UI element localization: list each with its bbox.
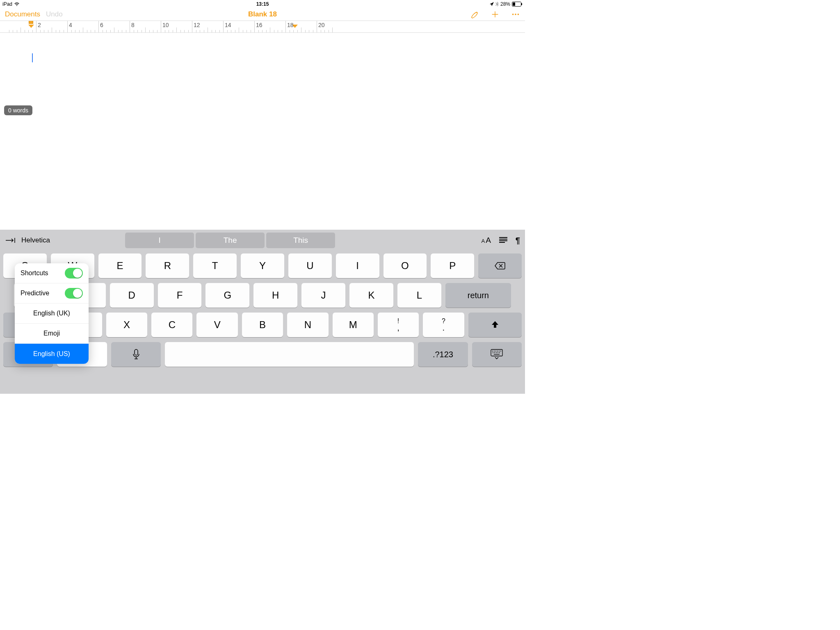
english-us-option[interactable]: English (US) — [15, 344, 89, 364]
svg-rect-1 — [513, 2, 515, 6]
more-icon[interactable] — [511, 10, 520, 19]
key-n[interactable]: N — [287, 313, 328, 337]
dictation-key[interactable] — [111, 342, 161, 367]
key-r[interactable]: R — [146, 253, 189, 278]
text-cursor — [32, 53, 33, 62]
suggestion-3[interactable]: This — [266, 233, 335, 248]
backspace-key[interactable] — [478, 253, 522, 278]
ruler-label: 14 — [225, 22, 231, 28]
key-d[interactable]: D — [110, 283, 154, 308]
key-t[interactable]: T — [193, 253, 237, 278]
bluetooth-icon — [495, 2, 499, 7]
key-f[interactable]: F — [158, 283, 202, 308]
keyboard-top-bar: Helvetica I The This AA ¶ — [0, 230, 525, 251]
document-title[interactable]: Blank 18 — [248, 10, 277, 18]
shortcuts-toggle-row[interactable]: Shortcuts — [15, 263, 89, 283]
ruler-left-indent[interactable] — [28, 25, 34, 28]
key-y[interactable]: Y — [241, 253, 284, 278]
svg-point-4 — [515, 14, 516, 15]
format-brush-icon[interactable] — [470, 10, 479, 19]
ruler-label: 4 — [69, 22, 72, 28]
ruler-label: 20 — [318, 22, 325, 28]
key-v[interactable]: V — [196, 313, 237, 337]
wifi-icon — [14, 2, 20, 7]
key-b[interactable]: B — [242, 313, 283, 337]
ruler[interactable]: 2468101214161820 — [0, 21, 525, 33]
ruler-label: 16 — [256, 22, 262, 28]
ruler-label: 18 — [287, 22, 294, 28]
key-o[interactable]: O — [383, 253, 427, 278]
predictive-toggle-row[interactable]: Predictive — [15, 283, 89, 304]
emoji-option[interactable]: Emoji — [15, 324, 89, 344]
document-area[interactable] — [0, 33, 525, 115]
dismiss-keyboard-key[interactable] — [472, 342, 522, 367]
ruler-label: 8 — [131, 22, 135, 28]
english-uk-option[interactable]: English (UK) — [15, 304, 89, 324]
ruler-label: 6 — [100, 22, 103, 28]
punct-comma-key[interactable]: !, — [378, 313, 419, 337]
shift-key-right[interactable] — [468, 313, 522, 337]
space-key[interactable] — [165, 342, 414, 367]
shortcuts-toggle[interactable] — [65, 268, 83, 278]
word-count-badge[interactable]: 0 words — [4, 105, 32, 115]
key-e[interactable]: E — [98, 253, 142, 278]
undo-button[interactable]: Undo — [46, 10, 63, 18]
location-icon — [490, 2, 494, 6]
paragraph-icon[interactable]: ¶ — [516, 236, 520, 245]
key-g[interactable]: G — [205, 283, 249, 308]
key-m[interactable]: M — [333, 313, 374, 337]
ruler-first-line-indent[interactable] — [29, 21, 33, 24]
add-icon[interactable] — [491, 10, 500, 19]
ruler-label: 2 — [38, 22, 41, 28]
ruler-label: 10 — [162, 22, 169, 28]
key-h[interactable]: H — [253, 283, 297, 308]
key-l[interactable]: L — [397, 283, 441, 308]
key-u[interactable]: U — [288, 253, 332, 278]
tab-icon[interactable] — [5, 236, 17, 244]
status-bar: iPad 13:15 28% — [0, 0, 525, 8]
key-j[interactable]: J — [301, 283, 345, 308]
key-c[interactable]: C — [151, 313, 192, 337]
svg-rect-7 — [135, 349, 138, 355]
documents-button[interactable]: Documents — [5, 10, 40, 18]
keyboard-language-popup: Shortcuts Predictive English (UK) Emoji … — [15, 263, 89, 364]
font-name[interactable]: Helvetica — [21, 236, 50, 244]
suggestion-2[interactable]: The — [196, 233, 265, 248]
predictive-toggle[interactable] — [65, 288, 83, 299]
svg-point-3 — [512, 14, 514, 15]
key-p[interactable]: P — [431, 253, 474, 278]
suggestion-1[interactable]: I — [125, 233, 194, 248]
status-time: 13:15 — [256, 1, 269, 7]
svg-point-5 — [518, 14, 519, 15]
shortcuts-label: Shortcuts — [21, 269, 48, 277]
key-k[interactable]: K — [349, 283, 393, 308]
symbols-key-right[interactable]: .?123 — [418, 342, 468, 367]
device-label: iPad — [2, 1, 12, 7]
key-x[interactable]: X — [106, 313, 147, 337]
return-key[interactable]: return — [445, 283, 511, 308]
toolbar: Documents Undo Blank 18 — [0, 8, 525, 21]
battery-percent: 28% — [500, 1, 510, 7]
key-i[interactable]: I — [336, 253, 379, 278]
battery-icon — [512, 2, 523, 7]
font-size-icon[interactable]: AA — [481, 236, 491, 245]
keyboard: Helvetica I The This AA ¶ QWERTYUIOP ASD… — [0, 230, 525, 394]
align-icon[interactable] — [499, 237, 507, 244]
svg-rect-2 — [521, 3, 522, 5]
punct-period-key[interactable]: ?. — [423, 313, 464, 337]
predictive-label: Predictive — [21, 290, 49, 297]
ruler-label: 12 — [194, 22, 200, 28]
